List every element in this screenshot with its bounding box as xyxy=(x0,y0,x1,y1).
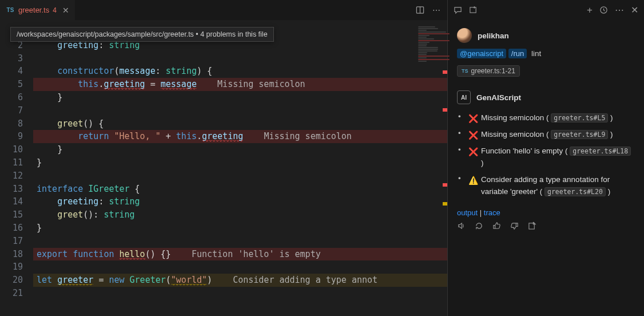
code-line[interactable] xyxy=(33,287,447,300)
split-editor-icon[interactable] xyxy=(416,6,424,15)
code-line[interactable] xyxy=(33,104,447,117)
tab-filename: greeter.ts xyxy=(18,6,49,14)
code-line[interactable]: } xyxy=(33,222,447,235)
code-line[interactable]: greet(): string xyxy=(33,208,447,222)
issue-severity-icon: ❌ xyxy=(468,146,478,159)
code-area[interactable]: class Greeter { greeting: string constru… xyxy=(33,26,447,316)
overview-marker[interactable] xyxy=(443,108,447,112)
overview-marker[interactable] xyxy=(443,70,447,74)
code-line[interactable] xyxy=(33,52,447,65)
slash-pill[interactable]: /run xyxy=(508,49,527,58)
issue-item[interactable]: ❌Function 'hello' is empty ( greeter.ts#… xyxy=(466,143,635,172)
issue-list: ❌Missing semicolon ( greeter.ts#L5 )❌Mis… xyxy=(457,110,635,200)
code-line[interactable]: return "Hello, " + this.greeting Missing… xyxy=(33,130,447,143)
issue-item[interactable]: ❌Missing semicolon ( greeter.ts#L9 ) xyxy=(466,127,635,143)
ts-icon: TS xyxy=(462,68,468,74)
context-chip[interactable]: TS greeter.ts:1-21 xyxy=(457,65,520,77)
more-actions-icon[interactable]: ⋯ xyxy=(432,6,440,15)
history-icon[interactable] xyxy=(599,6,608,14)
file-reference[interactable]: greeter.ts#L5 xyxy=(551,113,608,123)
issue-severity-icon: ❌ xyxy=(468,129,478,142)
ts-icon: TS xyxy=(6,7,15,13)
chat-command-row: @genaiscript /run lint xyxy=(457,49,635,58)
code-line[interactable] xyxy=(33,169,447,183)
code-line[interactable]: this.greeting = message Missing semicolo… xyxy=(33,78,447,91)
svg-rect-2 xyxy=(470,7,476,13)
mention-pill[interactable]: @genaiscript xyxy=(457,49,506,58)
thumbs-down-icon[interactable] xyxy=(510,222,519,230)
insert-icon[interactable] xyxy=(528,222,536,230)
overview-marker[interactable] xyxy=(443,183,447,187)
trace-link[interactable]: trace xyxy=(484,208,500,217)
command-args: lint xyxy=(531,49,541,58)
line-gutter: 123456789101112131415161718192021 xyxy=(0,26,33,316)
issue-item[interactable]: ❌Missing semicolon ( greeter.ts#L5 ) xyxy=(466,110,635,127)
chat-action-bar xyxy=(457,222,635,230)
breadcrumb-tooltip: /workspaces/genaiscript/packages/sample/… xyxy=(10,27,274,42)
file-reference[interactable]: greeter.ts#L9 xyxy=(551,130,608,139)
code-line[interactable]: constructor(message: string) { xyxy=(33,65,447,78)
tab-problem-count: 4 xyxy=(53,6,57,14)
username: pelikhan xyxy=(478,31,509,40)
code-line[interactable]: greet() { xyxy=(33,117,447,131)
file-reference[interactable]: greeter.ts#L20 xyxy=(544,187,606,196)
issue-severity-icon: ⚠️ xyxy=(468,175,478,187)
assistant-name: GenAIScript xyxy=(476,93,521,102)
overview-ruler[interactable] xyxy=(442,26,447,316)
chat-toolbar: + ⋯ ✕ xyxy=(448,0,644,20)
plus-icon[interactable]: + xyxy=(587,5,593,16)
code-line[interactable]: export function hello() {} Function 'hel… xyxy=(33,248,447,261)
code-line[interactable]: let greeter = new Greeter("world") Consi… xyxy=(33,274,447,287)
chat-user-row: pelikhan xyxy=(457,28,635,43)
chat-body: pelikhan @genaiscript /run lint TS greet… xyxy=(448,20,644,316)
comment-icon[interactable] xyxy=(454,6,462,14)
code-line[interactable]: interface IGreeter { xyxy=(33,183,447,196)
code-line[interactable]: } xyxy=(33,91,447,104)
code-line[interactable]: } xyxy=(33,156,447,169)
speaker-icon[interactable] xyxy=(457,222,466,230)
context-label: greeter.ts:1-21 xyxy=(471,67,515,75)
file-reference[interactable]: greeter.ts#L18 xyxy=(570,147,631,156)
close-panel-icon[interactable]: ✕ xyxy=(631,5,638,15)
retry-icon[interactable] xyxy=(475,222,483,230)
output-link[interactable]: output xyxy=(457,208,478,217)
assistant-icon: AI xyxy=(457,90,471,104)
close-tab-icon[interactable]: ✕ xyxy=(62,6,69,15)
more-icon[interactable]: ⋯ xyxy=(615,5,624,15)
tab-bar: TS greeter.ts 4 ✕ ⋯ xyxy=(0,0,447,20)
overview-marker[interactable] xyxy=(443,202,447,206)
new-chat-icon[interactable] xyxy=(469,6,478,14)
code-line[interactable]: greeting: string xyxy=(33,195,447,208)
code-line[interactable]: } xyxy=(33,143,447,156)
code-editor[interactable]: 123456789101112131415161718192021 class … xyxy=(0,20,447,316)
chat-links: output | trace xyxy=(457,208,635,217)
issue-severity-icon: ❌ xyxy=(468,113,478,125)
file-tab[interactable]: TS greeter.ts 4 ✕ xyxy=(0,0,75,20)
thumbs-up-icon[interactable] xyxy=(492,222,501,230)
chat-assistant-row: AI GenAIScript xyxy=(457,90,635,104)
issue-item[interactable]: ⚠️Consider adding a type annotation for … xyxy=(466,172,635,200)
code-line[interactable] xyxy=(33,235,447,248)
code-line[interactable] xyxy=(33,260,447,274)
user-avatar xyxy=(457,28,472,43)
